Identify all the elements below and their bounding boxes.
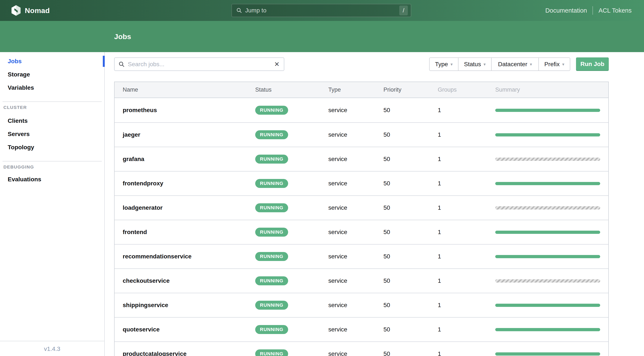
column-header-groups: Groups <box>438 86 495 93</box>
column-header-type[interactable]: Type <box>328 86 384 93</box>
clear-search-icon[interactable]: ✕ <box>274 61 280 67</box>
job-name-link[interactable]: jaeger <box>123 131 255 138</box>
job-name-link[interactable]: quoteservice <box>123 326 255 333</box>
status-badge: RUNNING <box>255 301 288 310</box>
summary-cell <box>495 158 600 161</box>
job-name-link[interactable]: frontend <box>123 229 255 236</box>
slash-shortcut-key: / <box>399 5 408 15</box>
table-row[interactable]: productcatalogserviceRUNNINGservice501 <box>114 342 608 356</box>
chevron-down-icon: ▾ <box>530 62 532 67</box>
jobs-search-input[interactable] <box>128 61 274 68</box>
job-name-link[interactable]: grafana <box>123 156 255 163</box>
jobs-table: Name Status Type Priority Groups Summary… <box>114 82 609 356</box>
documentation-link[interactable]: Documentation <box>545 7 587 14</box>
acl-tokens-link[interactable]: ACL Tokens <box>598 7 632 14</box>
job-name-link[interactable]: frontendproxy <box>123 180 255 187</box>
status-cell: RUNNING <box>255 301 328 310</box>
page-title: Jobs <box>114 32 131 41</box>
sidebar-section-cluster: CLUSTER <box>4 104 104 110</box>
table-row[interactable]: frontendproxyRUNNINGservice501 <box>114 171 608 195</box>
filter-datacenter[interactable]: Datacenter▾ <box>491 58 538 70</box>
filter-type[interactable]: Type▾ <box>430 58 458 70</box>
brand-link[interactable]: Nomad <box>11 5 50 16</box>
job-groups: 1 <box>438 156 495 163</box>
chevron-down-icon: ▾ <box>484 62 486 67</box>
sidebar-item-storage[interactable]: Storage <box>0 68 104 81</box>
job-priority: 50 <box>384 302 438 309</box>
column-header-name[interactable]: Name <box>123 86 255 93</box>
sidebar-item-topology[interactable]: Topology <box>0 141 104 154</box>
job-priority: 50 <box>384 326 438 333</box>
sidebar-item-evaluations[interactable]: Evaluations <box>0 173 104 186</box>
job-groups: 1 <box>438 302 495 309</box>
table-row[interactable]: jaegerRUNNINGservice501 <box>114 122 608 147</box>
version-label: v1.4.3 <box>44 346 60 352</box>
job-type: service <box>328 326 384 333</box>
summary-cell <box>495 182 600 185</box>
filter-group: Type▾ Status▾ Datacenter▾ Prefix▾ <box>429 57 570 71</box>
column-header-priority[interactable]: Priority <box>384 86 438 93</box>
status-badge: RUNNING <box>255 179 288 188</box>
summary-bar <box>495 158 600 161</box>
summary-cell <box>495 328 600 331</box>
chevron-down-icon: ▾ <box>450 62 453 67</box>
job-type: service <box>328 302 384 309</box>
summary-cell <box>495 352 600 356</box>
table-row[interactable]: loadgeneratorRUNNINGservice501 <box>114 195 608 220</box>
sidebar-section-debugging: DEBUGGING <box>4 164 104 170</box>
top-navbar: Nomad Jump to / Documentation ACL Tokens <box>0 0 644 21</box>
job-groups: 1 <box>438 326 495 333</box>
summary-bar <box>495 279 600 283</box>
table-row[interactable]: prometheusRUNNINGservice501 <box>114 98 608 122</box>
filter-status[interactable]: Status▾ <box>458 58 491 70</box>
table-row[interactable]: grafanaRUNNINGservice501 <box>114 147 608 171</box>
job-name-link[interactable]: prometheus <box>123 107 255 114</box>
job-name-link[interactable]: loadgenerator <box>123 204 255 211</box>
jobs-search-box: ✕ <box>114 57 284 71</box>
job-groups: 1 <box>438 107 495 114</box>
sidebar-item-servers[interactable]: Servers <box>0 127 104 141</box>
status-cell: RUNNING <box>255 179 328 188</box>
job-name-link[interactable]: productcatalogservice <box>123 351 255 356</box>
job-priority: 50 <box>384 351 438 356</box>
job-priority: 50 <box>384 156 438 163</box>
job-name-link[interactable]: recommendationservice <box>123 253 255 260</box>
status-cell: RUNNING <box>255 203 328 212</box>
status-badge: RUNNING <box>255 203 288 212</box>
summary-cell <box>495 255 600 258</box>
sidebar-item-jobs[interactable]: Jobs <box>0 55 104 68</box>
column-header-summary: Summary <box>495 86 600 93</box>
status-cell: RUNNING <box>255 106 328 115</box>
sidebar-item-clients[interactable]: Clients <box>0 114 104 127</box>
table-row[interactable]: shippingserviceRUNNINGservice501 <box>114 293 608 317</box>
run-job-button[interactable]: Run Job <box>576 57 609 71</box>
search-icon <box>118 61 125 67</box>
jump-to-search[interactable]: Jump to / <box>232 4 411 17</box>
job-type: service <box>328 107 384 114</box>
filter-prefix[interactable]: Prefix▾ <box>538 58 570 70</box>
version-footer: v1.4.3 <box>0 341 104 356</box>
jump-to-placeholder: Jump to <box>245 7 399 14</box>
job-name-link[interactable]: checkoutservice <box>123 277 255 284</box>
job-groups: 1 <box>438 204 495 211</box>
summary-cell <box>495 206 600 210</box>
page-header-band: Jobs <box>0 21 644 52</box>
table-row[interactable]: recommendationserviceRUNNINGservice501 <box>114 244 608 269</box>
table-row[interactable]: checkoutserviceRUNNINGservice501 <box>114 269 608 293</box>
job-groups: 1 <box>438 180 495 187</box>
status-cell: RUNNING <box>255 155 328 164</box>
sidebar-item-variables[interactable]: Variables <box>0 81 104 94</box>
table-body: prometheusRUNNINGservice501jaegerRUNNING… <box>114 98 608 356</box>
table-row[interactable]: quoteserviceRUNNINGservice501 <box>114 317 608 342</box>
status-badge: RUNNING <box>255 276 288 285</box>
column-header-status[interactable]: Status <box>255 86 328 93</box>
table-row[interactable]: frontendRUNNINGservice501 <box>114 220 608 244</box>
status-badge: RUNNING <box>255 155 288 164</box>
job-priority: 50 <box>384 131 438 138</box>
summary-cell <box>495 133 600 136</box>
main-content: ✕ Type▾ Status▾ Datacenter▾ Prefix▾ Run … <box>105 52 644 356</box>
summary-cell <box>495 279 600 283</box>
nomad-logo-icon <box>11 5 21 16</box>
job-name-link[interactable]: shippingservice <box>123 302 255 309</box>
job-type: service <box>328 156 384 163</box>
